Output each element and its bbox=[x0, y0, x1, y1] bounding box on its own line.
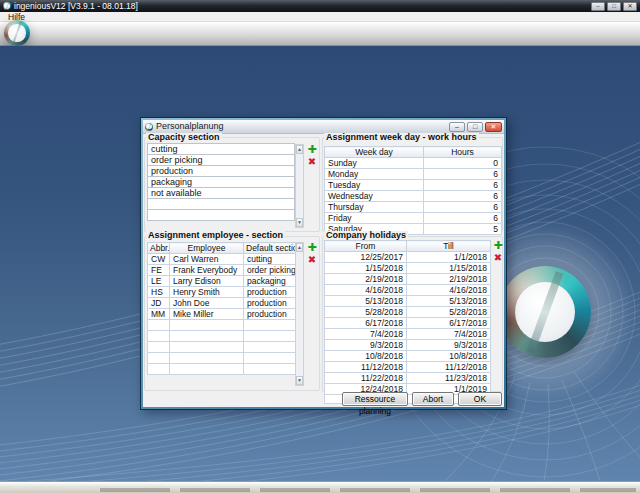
till-date-cell[interactable]: 1/15/2018 bbox=[407, 263, 491, 274]
abbr-cell[interactable] bbox=[148, 364, 170, 375]
abbr-cell[interactable] bbox=[148, 331, 170, 342]
scroll-up-icon[interactable]: ▲ bbox=[296, 243, 303, 252]
from-date-cell[interactable]: 9/3/2018 bbox=[325, 340, 407, 351]
hours-cell[interactable]: 6 bbox=[424, 180, 502, 191]
employee-row bbox=[148, 353, 296, 364]
employee-cell[interactable] bbox=[170, 364, 244, 375]
minimize-button[interactable]: – bbox=[591, 2, 605, 11]
abbr-cell[interactable]: FE bbox=[148, 265, 170, 276]
section-cell[interactable]: production bbox=[244, 298, 296, 309]
ok-button[interactable]: OK bbox=[458, 392, 502, 406]
till-date-cell[interactable]: 11/23/2018 bbox=[407, 373, 491, 384]
section-cell[interactable] bbox=[244, 353, 296, 364]
till-date-cell[interactable]: 5/28/2018 bbox=[407, 307, 491, 318]
abort-button[interactable]: Abort bbox=[412, 392, 454, 406]
section-cell[interactable]: production bbox=[244, 309, 296, 320]
close-button[interactable]: ✕ bbox=[623, 2, 637, 11]
holiday-row: 9/3/2018 9/3/2018 bbox=[325, 340, 491, 351]
section-cell[interactable] bbox=[244, 364, 296, 375]
till-date-cell[interactable]: 11/12/2018 bbox=[407, 362, 491, 373]
dialog-maximize-button[interactable]: □ bbox=[467, 122, 483, 132]
till-date-cell[interactable]: 7/4/2018 bbox=[407, 329, 491, 340]
abbr-cell[interactable]: HS bbox=[148, 287, 170, 298]
hours-cell[interactable]: 6 bbox=[424, 169, 502, 180]
employee-cell[interactable]: Mike Miller bbox=[170, 309, 244, 320]
abbr-cell[interactable]: CW bbox=[148, 254, 170, 265]
employee-cell[interactable]: John Doe bbox=[170, 298, 244, 309]
scroll-down-icon[interactable]: ▼ bbox=[296, 218, 303, 227]
scroll-up-icon[interactable]: ▲ bbox=[296, 145, 303, 154]
employees-scrollbar[interactable]: ▲ ▼ bbox=[295, 242, 304, 386]
till-date-cell[interactable]: 6/17/2018 bbox=[407, 318, 491, 329]
holiday-add-icon[interactable]: ✚ bbox=[492, 239, 504, 251]
till-date-cell[interactable]: 2/19/2018 bbox=[407, 274, 491, 285]
employee-cell[interactable] bbox=[170, 331, 244, 342]
employee-cell[interactable]: Larry Edison bbox=[170, 276, 244, 287]
from-date-cell[interactable]: 11/22/2018 bbox=[325, 373, 407, 384]
abbr-cell[interactable] bbox=[148, 353, 170, 364]
till-date-cell[interactable]: 10/8/2018 bbox=[407, 351, 491, 362]
section-cell[interactable]: cutting bbox=[244, 254, 296, 265]
from-date-cell[interactable]: 12/25/2017 bbox=[325, 252, 407, 263]
from-date-cell[interactable]: 2/19/2018 bbox=[325, 274, 407, 285]
employee-row bbox=[148, 320, 296, 331]
dialog-close-button[interactable]: ✕ bbox=[485, 122, 502, 132]
column-header: Till bbox=[407, 241, 491, 252]
till-date-cell[interactable]: 5/13/2018 bbox=[407, 296, 491, 307]
maximize-button[interactable]: □ bbox=[607, 2, 621, 11]
section-cell[interactable]: order picking bbox=[244, 265, 296, 276]
holiday-delete-icon[interactable]: ✖ bbox=[492, 252, 504, 264]
from-date-cell[interactable]: 1/15/2018 bbox=[325, 263, 407, 274]
employee-add-icon[interactable]: ✚ bbox=[306, 241, 318, 253]
capacity-add-icon[interactable]: ✚ bbox=[306, 143, 318, 155]
section-cell[interactable]: packaging bbox=[244, 276, 296, 287]
capacity-delete-icon[interactable]: ✖ bbox=[306, 156, 318, 168]
from-date-cell[interactable]: 10/8/2018 bbox=[325, 351, 407, 362]
till-date-cell[interactable]: 4/16/2018 bbox=[407, 285, 491, 296]
abbr-cell[interactable]: LE bbox=[148, 276, 170, 287]
section-cell[interactable] bbox=[244, 342, 296, 353]
from-date-cell[interactable]: 5/13/2018 bbox=[325, 296, 407, 307]
abbr-cell[interactable]: MM bbox=[148, 309, 170, 320]
weekday-cell[interactable]: Wednesday bbox=[325, 191, 424, 202]
hours-cell[interactable]: 5 bbox=[424, 224, 502, 235]
weekday-cell[interactable]: Monday bbox=[325, 169, 424, 180]
weekday-cell[interactable]: Friday bbox=[325, 213, 424, 224]
hours-cell[interactable]: 6 bbox=[424, 202, 502, 213]
weekday-cell[interactable]: Tuesday bbox=[325, 180, 424, 191]
employee-cell[interactable]: Frank Everybody bbox=[170, 265, 244, 276]
scroll-down-icon[interactable]: ▼ bbox=[296, 376, 303, 385]
employee-cell[interactable] bbox=[170, 342, 244, 353]
hours-cell[interactable]: 0 bbox=[424, 158, 502, 169]
abbr-cell[interactable] bbox=[148, 342, 170, 353]
section-cell[interactable]: production bbox=[244, 287, 296, 298]
weekday-cell[interactable]: Sunday bbox=[325, 158, 424, 169]
employee-delete-icon[interactable]: ✖ bbox=[306, 254, 318, 266]
employee-cell[interactable] bbox=[170, 353, 244, 364]
from-date-cell[interactable]: 7/4/2018 bbox=[325, 329, 407, 340]
employee-cell[interactable] bbox=[170, 320, 244, 331]
employee-cell[interactable]: Henry Smith bbox=[170, 287, 244, 298]
capacity-scrollbar[interactable]: ▲ ▼ bbox=[295, 144, 304, 228]
section-cell[interactable] bbox=[244, 331, 296, 342]
section-cell[interactable] bbox=[244, 320, 296, 331]
from-date-cell[interactable]: 5/28/2018 bbox=[325, 307, 407, 318]
weekday-cell[interactable]: Thursday bbox=[325, 202, 424, 213]
abbr-cell[interactable]: JD bbox=[148, 298, 170, 309]
background-logo bbox=[499, 266, 591, 358]
hours-cell[interactable]: 6 bbox=[424, 191, 502, 202]
till-date-cell[interactable]: 1/1/2018 bbox=[407, 252, 491, 263]
abbr-cell[interactable] bbox=[148, 320, 170, 331]
from-date-cell[interactable]: 4/16/2018 bbox=[325, 285, 407, 296]
from-date-cell[interactable]: 11/12/2018 bbox=[325, 362, 407, 373]
dialog-minimize-button[interactable]: – bbox=[449, 122, 465, 132]
column-header: Abbr. bbox=[148, 243, 170, 254]
from-date-cell[interactable]: 6/17/2018 bbox=[325, 318, 407, 329]
ressource-planning-button[interactable]: Ressource planning bbox=[342, 392, 408, 406]
app-title: ingeniousV12 [V3.9.1 - 08.01.18] bbox=[14, 0, 138, 12]
till-date-cell[interactable]: 9/3/2018 bbox=[407, 340, 491, 351]
app-titlebar[interactable]: ingeniousV12 [V3.9.1 - 08.01.18] – □ ✕ bbox=[0, 0, 640, 12]
employee-cell[interactable]: Carl Warren bbox=[170, 254, 244, 265]
hours-cell[interactable]: 6 bbox=[424, 213, 502, 224]
capacity-item[interactable] bbox=[147, 209, 295, 221]
